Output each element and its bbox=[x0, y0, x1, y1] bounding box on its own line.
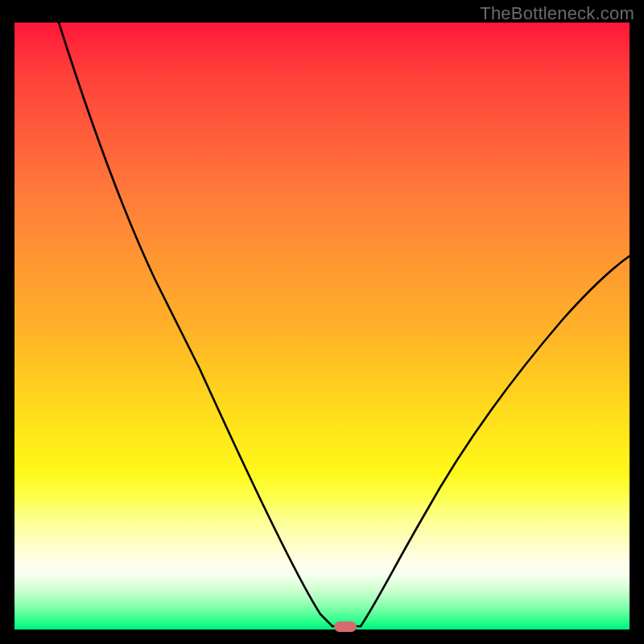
curve-right-branch bbox=[361, 256, 630, 626]
page-root: TheBottleneck.com bbox=[0, 0, 644, 644]
chart-plot-area bbox=[14, 23, 630, 630]
bottleneck-curve bbox=[14, 23, 630, 630]
optimum-marker bbox=[334, 621, 357, 632]
watermark-text: TheBottleneck.com bbox=[480, 3, 634, 24]
curve-left-branch bbox=[59, 23, 332, 626]
